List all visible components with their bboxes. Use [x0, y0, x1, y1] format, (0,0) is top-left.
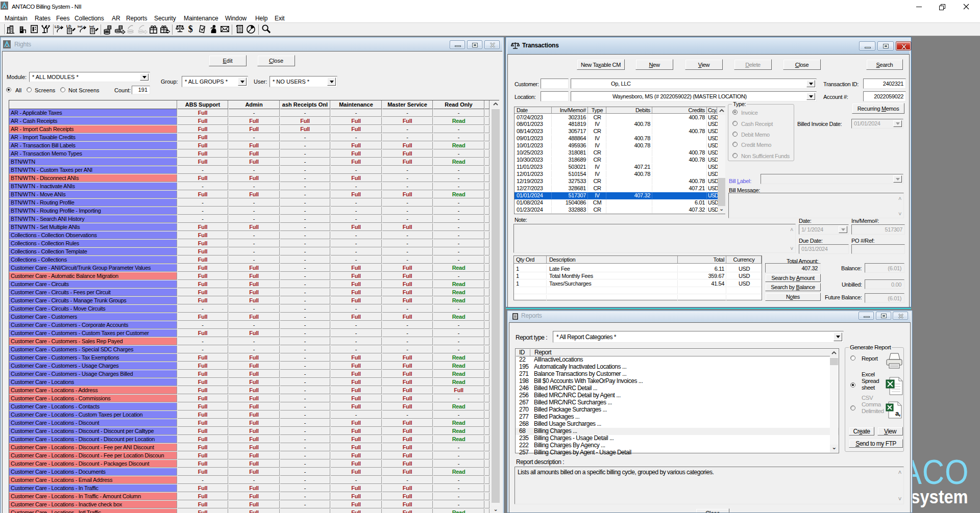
- svg-text:a,: a,: [895, 409, 900, 417]
- svg-text:Intl: Intl: [89, 24, 94, 28]
- svg-text:$: $: [188, 24, 192, 34]
- svg-text:Intl: Intl: [78, 24, 83, 28]
- svg-text:LD: LD: [66, 24, 71, 29]
- svg-text:LD: LD: [55, 25, 59, 29]
